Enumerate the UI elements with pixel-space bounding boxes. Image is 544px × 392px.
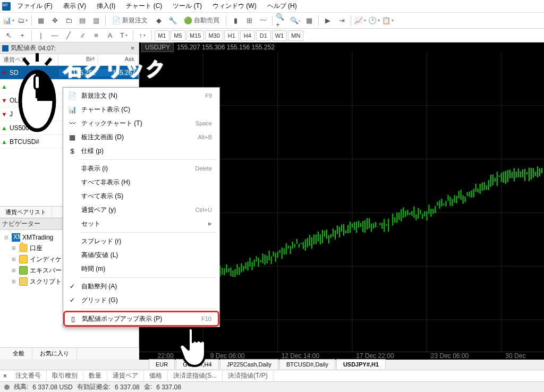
templates-button[interactable]: 📋 bbox=[381, 14, 394, 27]
menu-window[interactable]: ウィンドウ (W) bbox=[208, 0, 261, 12]
context-menu-item[interactable]: ▯気配値ポップアップ表示 (P)F10 bbox=[63, 311, 219, 327]
direction-icon: ▲ bbox=[0, 125, 8, 131]
tf-mn[interactable]: MN bbox=[288, 30, 303, 41]
terminal-close[interactable]: × bbox=[0, 372, 10, 380]
drawing-toolbar: ↖ + | — ╱ ⫽ ≡ A T ↑ M1 M5 M15 M30 H1 H4 … bbox=[0, 29, 544, 42]
tf-d1[interactable]: D1 bbox=[256, 30, 271, 41]
barchart-button[interactable]: ▮ bbox=[229, 14, 242, 27]
new-order-button[interactable]: 📄 新規注文 bbox=[108, 14, 151, 27]
col-ask[interactable]: Ask bbox=[98, 54, 138, 65]
th-order[interactable]: 注文番号 bbox=[10, 370, 47, 381]
autotrade-button[interactable]: 🟢 自動売買 bbox=[180, 14, 223, 27]
context-menu-item[interactable]: 📄新規注文 (N)F9 bbox=[64, 89, 218, 103]
context-menu-item[interactable]: セット▶ bbox=[64, 217, 218, 231]
expand-icon[interactable]: ⊞ bbox=[12, 279, 17, 284]
context-menu-item[interactable]: 通貨ペア (y)Ctrl+U bbox=[64, 203, 218, 217]
tile-button[interactable]: ▦ bbox=[303, 14, 316, 27]
context-menu-item[interactable]: すべて非表示 (H) bbox=[64, 175, 218, 189]
context-menu-item[interactable]: 〰ティックチャート (T)Space bbox=[64, 116, 218, 130]
profile-button[interactable]: 🗂 bbox=[16, 14, 29, 27]
context-menu-item[interactable]: 時間 (m) bbox=[64, 262, 218, 276]
scroll-end-button[interactable]: ▶ bbox=[321, 14, 334, 27]
context-menu-item[interactable]: ✓グリッド (G) bbox=[64, 293, 218, 307]
menu-item-label: すべて表示 (S) bbox=[78, 192, 216, 201]
menu-file[interactable]: ファイル (F) bbox=[13, 0, 57, 12]
context-menu-item[interactable]: $仕様 (p) bbox=[64, 144, 218, 158]
col-symbol[interactable]: 通貨ペア bbox=[0, 54, 58, 65]
tf-w1[interactable]: W1 bbox=[272, 30, 287, 41]
menu-chart[interactable]: チャート (C) bbox=[122, 0, 166, 12]
market-watch-toggle[interactable]: ▦ bbox=[35, 14, 47, 27]
menu-tools[interactable]: ツール (T) bbox=[168, 0, 206, 12]
th-pair[interactable]: 通貨ペア bbox=[107, 370, 144, 381]
zoom-in-button[interactable]: 🔍+ bbox=[275, 14, 288, 27]
cursor-tool[interactable]: ↖ bbox=[2, 29, 15, 42]
candle-button[interactable]: ⊞ bbox=[243, 14, 256, 27]
context-menu-item[interactable]: ▦板注文画面 (D)Alt+B bbox=[64, 130, 218, 144]
tf-m5[interactable]: M5 bbox=[171, 30, 185, 41]
mw-tab-symbols[interactable]: 通貨ペアリスト bbox=[0, 207, 52, 218]
context-menu[interactable]: 📄新規注文 (N)F9📊チャート表示 (C)〰ティックチャート (T)Space… bbox=[63, 87, 220, 327]
expand-icon[interactable]: ⊞ bbox=[12, 257, 17, 262]
context-menu-item[interactable]: 高値/安値 (L) bbox=[64, 248, 218, 262]
text-tool[interactable]: A bbox=[104, 29, 116, 42]
expand-icon[interactable]: ⊟ bbox=[4, 235, 10, 240]
market-watch-close[interactable]: × bbox=[129, 45, 137, 52]
channel-tool[interactable]: ⫽ bbox=[76, 29, 89, 42]
periods-button[interactable]: 🕐 bbox=[368, 14, 380, 27]
th-lots[interactable]: 数量 bbox=[83, 370, 107, 381]
expand-icon[interactable]: ⊞ bbox=[12, 245, 17, 251]
menu-view[interactable]: 表示 (V) bbox=[59, 0, 90, 12]
tf-m1[interactable]: M1 bbox=[155, 30, 169, 41]
context-menu-item[interactable]: 📊チャート表示 (C) bbox=[64, 103, 218, 116]
tf-h4[interactable]: H4 bbox=[240, 30, 255, 41]
expand-icon[interactable]: ⊞ bbox=[12, 268, 17, 273]
th-tp[interactable]: 決済指値(T/P) bbox=[223, 370, 274, 381]
indicators-button[interactable]: 📈 bbox=[354, 14, 367, 27]
arrows-tool[interactable]: ↑ bbox=[136, 29, 149, 42]
market-watch-row[interactable]: ▼ SD 155.252 155.267 bbox=[0, 66, 139, 80]
col-bid[interactable]: Bid bbox=[58, 54, 98, 65]
exp2-icon bbox=[19, 266, 28, 275]
nav-tab-general[interactable]: 全般 bbox=[5, 348, 32, 359]
menu-insert[interactable]: 挿入(I) bbox=[92, 0, 120, 12]
chart-tab[interactable]: JP225Cash,Daily bbox=[220, 359, 278, 369]
context-menu-item[interactable]: 非表示 (i)Delete bbox=[64, 161, 218, 175]
symbol-name: J bbox=[8, 110, 59, 118]
tf-m15[interactable]: M15 bbox=[186, 30, 204, 41]
tf-h1[interactable]: H1 bbox=[224, 30, 239, 41]
terminal-toggle[interactable]: ▤ bbox=[76, 14, 89, 27]
chart-symbol-tab[interactable]: USDJPY bbox=[141, 42, 174, 52]
new-chart-button[interactable]: 📊 bbox=[2, 14, 15, 27]
textlabel-tool[interactable]: T bbox=[117, 29, 130, 42]
strategy-tester-toggle[interactable]: ▥ bbox=[90, 14, 103, 27]
trendline-tool[interactable]: ╱ bbox=[62, 29, 75, 42]
vline-tool[interactable]: | bbox=[35, 29, 47, 42]
chart-tab[interactable]: USDJPY#,H1 bbox=[336, 359, 386, 369]
nav-tab-favorites[interactable]: お気に入り bbox=[32, 348, 77, 359]
tf-m30[interactable]: M30 bbox=[205, 30, 223, 41]
zoom-out-button[interactable]: 🔍- bbox=[289, 14, 302, 27]
menu-item-icon: $ bbox=[66, 147, 78, 155]
market-watch-icon bbox=[2, 45, 8, 52]
options-button[interactable]: 🔧 bbox=[166, 14, 179, 27]
chart-tab[interactable]: BTCUSD#,Daily bbox=[279, 359, 335, 369]
context-menu-item[interactable]: ✓自動整列 (A) bbox=[64, 279, 218, 293]
crosshair-tool[interactable]: + bbox=[16, 29, 29, 42]
metaeditor-button[interactable]: ◆ bbox=[152, 14, 165, 27]
th-price[interactable]: 価格 bbox=[144, 370, 168, 381]
fib-tool[interactable]: ≡ bbox=[90, 29, 103, 42]
data-window-toggle[interactable]: ✥ bbox=[48, 14, 61, 27]
shift-button[interactable]: ⇥ bbox=[335, 14, 348, 27]
hline-tool[interactable]: — bbox=[48, 29, 61, 42]
navigator-tabs: 全般 お気に入り bbox=[0, 347, 139, 359]
context-menu-item[interactable]: すべて表示 (S) bbox=[64, 189, 218, 203]
menu-help[interactable]: ヘルプ (H) bbox=[263, 0, 301, 12]
chart-tab[interactable]: EUR bbox=[149, 359, 175, 369]
chart-tab[interactable]: GOLD#,H4 bbox=[176, 359, 218, 369]
navigator-toggle[interactable]: 🗀 bbox=[62, 14, 75, 27]
th-type[interactable]: 取引種別 bbox=[47, 370, 83, 381]
context-menu-item[interactable]: スプレッド (r) bbox=[64, 234, 218, 248]
line-button[interactable]: 〰 bbox=[257, 14, 269, 27]
th-sl[interactable]: 決済逆指値(S... bbox=[168, 370, 223, 381]
